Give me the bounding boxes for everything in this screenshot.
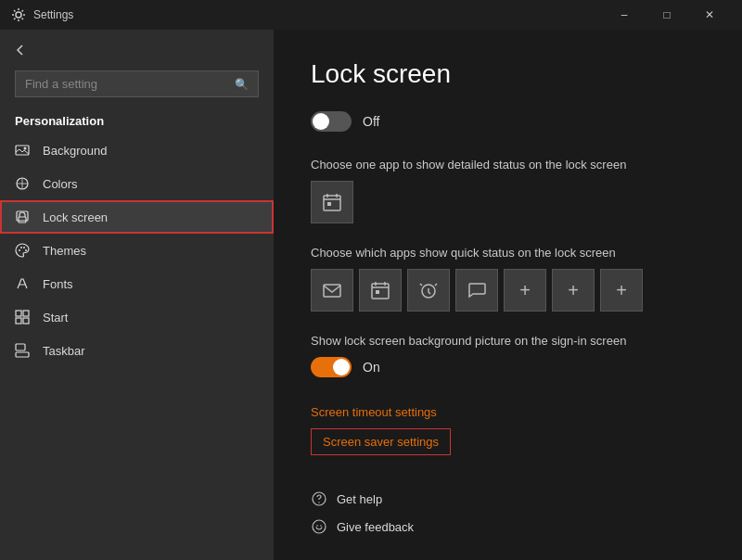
app-container: 🔍 Personalization Background Colors — [0, 30, 742, 560]
titlebar: Settings – □ ✕ — [0, 0, 742, 30]
svg-rect-19 — [372, 284, 389, 299]
calendar-icon — [322, 192, 342, 212]
close-button[interactable]: ✕ — [688, 0, 731, 30]
sidebar-item-colors[interactable]: Colors — [0, 167, 274, 200]
svg-point-9 — [25, 249, 27, 251]
svg-rect-10 — [16, 311, 21, 316]
add-app-3[interactable]: + — [600, 269, 643, 312]
sidebar-label-taskbar: Taskbar — [43, 344, 85, 358]
svg-point-2 — [24, 147, 27, 150]
titlebar-title: Settings — [33, 8, 73, 21]
sign-in-toggle[interactable] — [311, 357, 352, 377]
sidebar-label-start: Start — [43, 311, 68, 325]
sidebar-label-themes: Themes — [43, 244, 86, 258]
alarm-icon — [418, 280, 439, 300]
sidebar-item-themes[interactable]: Themes — [0, 234, 274, 267]
svg-rect-14 — [16, 352, 29, 357]
lock-screen-icon — [15, 210, 30, 224]
svg-rect-17 — [327, 202, 331, 206]
search-icon: 🔍 — [235, 78, 249, 91]
search-input[interactable] — [25, 77, 227, 91]
colors-icon — [15, 176, 30, 191]
svg-rect-5 — [19, 217, 26, 223]
toggle-off-label: Off — [363, 114, 379, 129]
svg-point-6 — [19, 249, 20, 251]
page-title: Lock screen — [311, 59, 705, 89]
sidebar-item-start[interactable]: Start — [0, 300, 274, 334]
section2-title: Choose which apps show quick status on t… — [311, 246, 705, 260]
svg-point-8 — [23, 247, 25, 248]
sidebar-item-fonts[interactable]: Fonts — [0, 267, 274, 300]
screen-saver-link[interactable]: Screen saver settings — [311, 428, 451, 455]
svg-point-26 — [320, 525, 322, 527]
maximize-button[interactable]: □ — [646, 0, 688, 30]
svg-point-7 — [20, 247, 22, 248]
section3-title: Show lock screen background picture on t… — [311, 334, 705, 348]
section1-title: Choose one app to show detailed status o… — [311, 158, 705, 172]
taskbar-icon — [15, 343, 30, 358]
svg-point-24 — [313, 520, 326, 533]
toggle-knob — [313, 113, 329, 130]
give-feedback-item[interactable]: Give feedback — [311, 513, 705, 541]
plus-icon-3: + — [616, 280, 627, 301]
help-section: Get help Give feedback — [311, 485, 705, 541]
sidebar-label-fonts: Fonts — [43, 277, 73, 291]
svg-rect-16 — [324, 196, 340, 210]
sidebar-item-lock-screen[interactable]: Lock screen — [0, 200, 274, 234]
plus-icon-1: + — [519, 280, 531, 301]
message-icon — [467, 280, 487, 300]
sidebar-item-background[interactable]: Background — [0, 134, 274, 167]
background-icon — [15, 143, 30, 158]
quick-status-apps: + + + — [311, 269, 705, 312]
toggle-on-label: On — [363, 360, 380, 375]
svg-rect-13 — [23, 318, 29, 324]
plus-icon-2: + — [568, 280, 579, 301]
mail-icon — [322, 280, 342, 300]
titlebar-left: Settings — [11, 7, 73, 22]
sidebar: 🔍 Personalization Background Colors — [0, 30, 274, 560]
svg-point-25 — [316, 525, 318, 527]
minimize-button[interactable]: – — [603, 0, 646, 30]
add-app-1[interactable]: + — [504, 269, 546, 312]
svg-rect-11 — [23, 311, 29, 316]
give-feedback-icon — [311, 518, 327, 535]
fonts-icon — [15, 276, 30, 291]
messaging-app-icon[interactable] — [455, 269, 498, 312]
sidebar-label-colors: Colors — [43, 177, 78, 191]
svg-rect-18 — [324, 285, 340, 297]
sign-in-toggle-knob — [333, 359, 350, 375]
toggle-off-row: Off — [311, 111, 705, 132]
themes-icon — [15, 243, 30, 258]
back-button[interactable] — [0, 37, 274, 63]
svg-point-0 — [16, 12, 21, 18]
titlebar-controls: – □ ✕ — [603, 0, 731, 30]
svg-point-23 — [318, 502, 319, 503]
toggle-on-row: On — [311, 357, 705, 377]
calendar-quick-icon[interactable] — [359, 269, 402, 312]
add-app-2[interactable]: + — [552, 269, 595, 312]
svg-rect-20 — [376, 290, 379, 294]
start-icon — [15, 310, 30, 325]
sidebar-label-background: Background — [43, 144, 107, 158]
settings-icon — [11, 7, 26, 22]
detailed-status-apps — [311, 181, 705, 223]
calendar-app-icon[interactable] — [311, 181, 353, 223]
get-help-icon — [311, 490, 327, 507]
search-box[interactable]: 🔍 — [15, 70, 259, 97]
lock-screen-toggle-off[interactable] — [311, 111, 352, 132]
get-help-item[interactable]: Get help — [311, 485, 705, 513]
get-help-label: Get help — [337, 492, 382, 506]
svg-rect-12 — [16, 318, 21, 324]
sidebar-section-title: Personalization — [0, 105, 274, 134]
back-icon — [15, 45, 26, 56]
screen-timeout-link[interactable]: Screen timeout settings — [311, 405, 437, 419]
content-area: Lock screen Off Choose one app to show d… — [274, 30, 742, 560]
sidebar-label-lock-screen: Lock screen — [43, 210, 108, 224]
sidebar-item-taskbar[interactable]: Taskbar — [0, 334, 274, 367]
calendar-quick-icon — [370, 280, 390, 300]
mail-app-icon[interactable] — [311, 269, 353, 312]
alarm-app-icon[interactable] — [407, 269, 450, 312]
give-feedback-label: Give feedback — [337, 520, 414, 534]
svg-rect-15 — [16, 344, 25, 350]
